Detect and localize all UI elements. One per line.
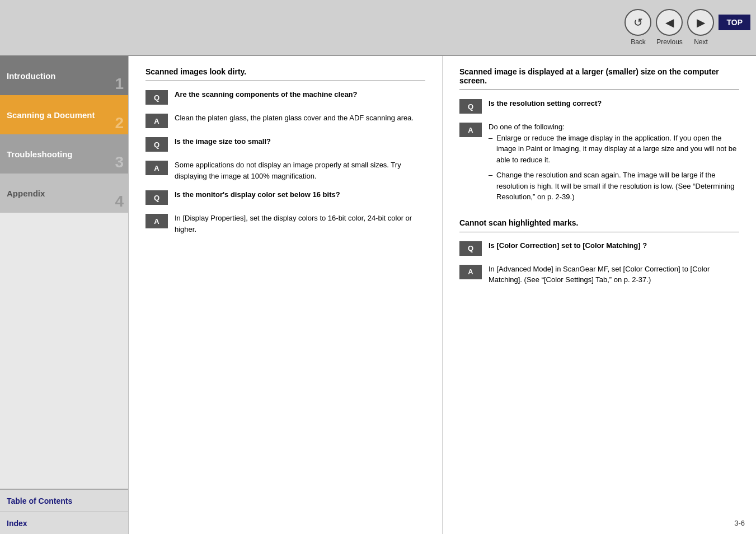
right-a1-bullets: Enlarge or reduce the image display in t…	[489, 133, 739, 203]
right-section2-title: Cannot scan highlighted marks.	[459, 218, 739, 232]
q2-badge: Q	[145, 137, 168, 152]
sidebar-label-troubleshooting[interactable]: Troubleshooting 3	[0, 134, 128, 174]
top-bar: ↺ Back ◀ Previous ▶ Next TOP	[0, 0, 756, 56]
q3-badge: Q	[145, 190, 168, 205]
sidebar-top: Introduction 1 Scanning a Document 2 Tro…	[0, 56, 128, 489]
right-q1-text: Is the resolution setting correct?	[489, 98, 602, 109]
a2-text: Some applications do not display an imag…	[175, 160, 425, 181]
right-s2-qa-block-q1: Q Is [Color Correction] set to [Color Ma…	[459, 240, 739, 256]
left-section-title: Scanned images look dirty.	[145, 67, 425, 81]
a2-badge: A	[145, 161, 168, 175]
sidebar-label-introduction[interactable]: Introduction 1	[0, 56, 128, 95]
sidebar-item-troubleshooting[interactable]: Troubleshooting 3	[0, 134, 128, 174]
next-button[interactable]: ▶ Next	[687, 9, 714, 46]
a3-text: In [Display Properties], set the display…	[175, 213, 425, 235]
sidebar-item-appendix[interactable]: Appendix 4	[0, 174, 128, 213]
right-qa-block-q1: Q Is the resolution setting correct?	[459, 98, 739, 114]
bullet-item-1: Enlarge or reduce the image display in t…	[489, 133, 739, 166]
right-a1-content: Do one of the following: Enlarge or redu…	[489, 121, 739, 207]
right-s2-qa-block-a1: A In [Advanced Mode] in ScanGear MF, set…	[459, 264, 739, 285]
main-layout: Introduction 1 Scanning a Document 2 Tro…	[0, 56, 756, 534]
sidebar-label-appendix[interactable]: Appendix 4	[0, 174, 128, 213]
qa-block-a2: A Some applications do not display an im…	[145, 160, 425, 181]
content-wrapper: Scanned images look dirty. Q Are the sca…	[129, 56, 756, 534]
q2-text: Is the image size too small?	[175, 136, 271, 147]
sidebar-item-toc[interactable]: Table of Contents	[0, 489, 128, 512]
bullet-item-2: Change the resolution and scan again. Th…	[489, 170, 739, 203]
previous-icon: ◀	[656, 9, 683, 36]
a1-text: Clean the platen glass, the platen glass…	[175, 113, 414, 124]
right-a1-badge: A	[459, 123, 482, 137]
back-button[interactable]: ↺ Back	[624, 9, 651, 46]
next-label: Next	[694, 38, 708, 46]
next-icon: ▶	[687, 9, 714, 36]
a1-badge: A	[145, 114, 168, 128]
sidebar-bottom: Table of Contents Index	[0, 489, 128, 534]
right-q1-badge: Q	[459, 99, 482, 114]
right-s2-a1-badge: A	[459, 265, 482, 279]
right-s2-q1-text: Is [Color Correction] set to [Color Matc…	[489, 240, 647, 251]
top-button[interactable]: TOP	[719, 15, 750, 30]
right-a1-intro: Do one of the following:	[489, 121, 739, 133]
sidebar-item-scanning[interactable]: Scanning a Document 2	[0, 95, 128, 134]
qa-block-q3: Q Is the monitor's display color set bel…	[145, 189, 425, 205]
previous-label: Previous	[656, 38, 683, 46]
q1-text: Are the scanning components of the machi…	[175, 89, 358, 100]
previous-button[interactable]: ◀ Previous	[656, 9, 683, 46]
page-number: 3-6	[734, 519, 745, 527]
sidebar-item-index[interactable]: Index	[0, 512, 128, 534]
back-icon: ↺	[624, 9, 651, 36]
content-left: Scanned images look dirty. Q Are the sca…	[129, 56, 443, 534]
qa-block-a3: A In [Display Properties], set the displ…	[145, 213, 425, 235]
sidebar-label-scanning[interactable]: Scanning a Document 2	[0, 95, 128, 134]
right-s2-q1-badge: Q	[459, 241, 482, 256]
q3-text: Is the monitor's display color set below…	[175, 189, 340, 200]
q1-badge: Q	[145, 90, 168, 105]
qa-block-q1: Q Are the scanning components of the mac…	[145, 89, 425, 105]
right-s2-a1-text: In [Advanced Mode] in ScanGear MF, set […	[489, 264, 739, 285]
right-section1-title: Scanned image is displayed at a larger (…	[459, 67, 739, 90]
back-label: Back	[631, 38, 646, 46]
content-right: Scanned image is displayed at a larger (…	[443, 56, 756, 534]
sidebar: Introduction 1 Scanning a Document 2 Tro…	[0, 56, 129, 534]
qa-block-q2: Q Is the image size too small?	[145, 136, 425, 152]
nav-buttons: ↺ Back ◀ Previous ▶ Next TOP	[624, 9, 750, 46]
qa-block-a1: A Clean the platen glass, the platen gla…	[145, 113, 425, 128]
a3-badge: A	[145, 214, 168, 228]
sidebar-item-introduction[interactable]: Introduction 1	[0, 56, 128, 95]
content-area: Scanned images look dirty. Q Are the sca…	[129, 56, 756, 534]
right-qa-block-a1: A Do one of the following: Enlarge or re…	[459, 121, 739, 207]
